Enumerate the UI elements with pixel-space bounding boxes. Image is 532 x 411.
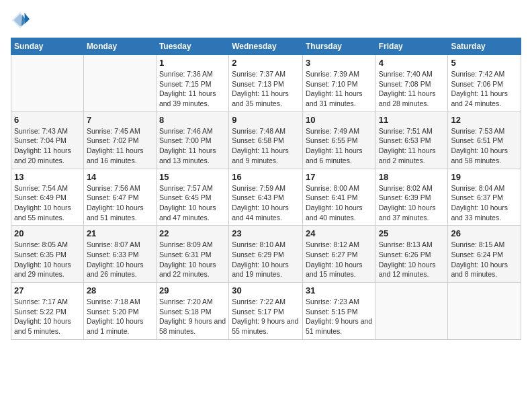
week-row-1: 1Sunrise: 7:36 AM Sunset: 7:15 PM Daylig…	[11, 55, 521, 112]
calendar-cell: 16Sunrise: 7:59 AM Sunset: 6:43 PM Dayli…	[229, 169, 303, 226]
day-number: 5	[451, 58, 518, 68]
day-info: Sunrise: 7:39 AM Sunset: 7:10 PM Dayligh…	[306, 69, 373, 109]
day-info: Sunrise: 7:40 AM Sunset: 7:08 PM Dayligh…	[379, 69, 445, 109]
weekday-header-wednesday: Wednesday	[229, 38, 303, 55]
day-info: Sunrise: 7:42 AM Sunset: 7:06 PM Dayligh…	[451, 69, 518, 109]
day-number: 28	[87, 285, 153, 295]
calendar-cell: 24Sunrise: 8:12 AM Sunset: 6:27 PM Dayli…	[302, 226, 375, 283]
calendar-cell: 10Sunrise: 7:49 AM Sunset: 6:55 PM Dayli…	[302, 111, 375, 169]
day-info: Sunrise: 7:22 AM Sunset: 5:17 PM Dayligh…	[232, 297, 300, 336]
day-number: 30	[232, 285, 300, 295]
calendar-cell: 15Sunrise: 7:57 AM Sunset: 6:45 PM Dayli…	[156, 169, 228, 226]
day-number: 2	[232, 58, 300, 68]
day-info: Sunrise: 7:45 AM Sunset: 7:02 PM Dayligh…	[87, 126, 153, 166]
day-info: Sunrise: 7:49 AM Sunset: 6:55 PM Dayligh…	[306, 126, 373, 166]
weekday-header-saturday: Saturday	[448, 38, 521, 55]
week-row-2: 6Sunrise: 7:43 AM Sunset: 7:04 PM Daylig…	[11, 111, 521, 169]
day-info: Sunrise: 7:37 AM Sunset: 7:13 PM Dayligh…	[232, 69, 300, 109]
day-info: Sunrise: 7:46 AM Sunset: 7:00 PM Dayligh…	[159, 126, 226, 166]
weekday-header-sunday: Sunday	[11, 38, 84, 55]
day-info: Sunrise: 7:36 AM Sunset: 7:15 PM Dayligh…	[159, 69, 226, 109]
day-info: Sunrise: 7:48 AM Sunset: 6:58 PM Dayligh…	[232, 126, 300, 166]
calendar-cell: 20Sunrise: 8:05 AM Sunset: 6:35 PM Dayli…	[11, 226, 84, 283]
calendar-cell: 30Sunrise: 7:22 AM Sunset: 5:17 PM Dayli…	[229, 283, 303, 340]
calendar-cell: 4Sunrise: 7:40 AM Sunset: 7:08 PM Daylig…	[375, 55, 448, 112]
day-info: Sunrise: 8:15 AM Sunset: 6:24 PM Dayligh…	[451, 240, 518, 279]
day-number: 19	[451, 172, 518, 182]
calendar-cell: 27Sunrise: 7:17 AM Sunset: 5:22 PM Dayli…	[11, 283, 84, 340]
day-number: 17	[306, 172, 373, 182]
calendar-cell: 18Sunrise: 8:02 AM Sunset: 6:39 PM Dayli…	[375, 169, 448, 226]
day-number: 26	[451, 228, 518, 238]
calendar-cell: 19Sunrise: 8:04 AM Sunset: 6:37 PM Dayli…	[448, 169, 521, 226]
calendar-cell: 6Sunrise: 7:43 AM Sunset: 7:04 PM Daylig…	[11, 111, 84, 169]
day-number: 21	[87, 228, 153, 238]
day-info: Sunrise: 7:54 AM Sunset: 6:49 PM Dayligh…	[14, 183, 81, 223]
calendar-cell: 14Sunrise: 7:56 AM Sunset: 6:47 PM Dayli…	[83, 169, 156, 226]
day-info: Sunrise: 8:05 AM Sunset: 6:35 PM Dayligh…	[14, 240, 81, 279]
calendar-cell: 2Sunrise: 7:37 AM Sunset: 7:13 PM Daylig…	[229, 55, 303, 112]
calendar-cell: 11Sunrise: 7:51 AM Sunset: 6:53 PM Dayli…	[375, 111, 448, 169]
calendar-cell: 8Sunrise: 7:46 AM Sunset: 7:00 PM Daylig…	[156, 111, 228, 169]
week-row-3: 13Sunrise: 7:54 AM Sunset: 6:49 PM Dayli…	[11, 169, 521, 226]
calendar-cell: 26Sunrise: 8:15 AM Sunset: 6:24 PM Dayli…	[448, 226, 521, 283]
calendar-cell	[448, 283, 521, 340]
day-info: Sunrise: 7:43 AM Sunset: 7:04 PM Dayligh…	[14, 126, 81, 166]
weekday-header-friday: Friday	[375, 38, 448, 55]
day-number: 3	[306, 58, 373, 68]
day-info: Sunrise: 7:56 AM Sunset: 6:47 PM Dayligh…	[87, 183, 153, 223]
day-info: Sunrise: 8:09 AM Sunset: 6:31 PM Dayligh…	[159, 240, 226, 279]
page-header	[11, 11, 521, 30]
logo-icon	[11, 11, 30, 30]
day-number: 8	[159, 115, 226, 125]
day-info: Sunrise: 8:07 AM Sunset: 6:33 PM Dayligh…	[87, 240, 153, 279]
day-info: Sunrise: 7:53 AM Sunset: 6:51 PM Dayligh…	[451, 126, 518, 166]
calendar-cell: 12Sunrise: 7:53 AM Sunset: 6:51 PM Dayli…	[448, 111, 521, 169]
day-number: 11	[379, 115, 445, 125]
day-info: Sunrise: 8:00 AM Sunset: 6:41 PM Dayligh…	[306, 183, 373, 223]
calendar-cell: 9Sunrise: 7:48 AM Sunset: 6:58 PM Daylig…	[229, 111, 303, 169]
calendar-table: SundayMondayTuesdayWednesdayThursdayFrid…	[11, 38, 521, 340]
day-info: Sunrise: 8:13 AM Sunset: 6:26 PM Dayligh…	[379, 240, 445, 279]
day-info: Sunrise: 7:57 AM Sunset: 6:45 PM Dayligh…	[159, 183, 226, 223]
day-info: Sunrise: 8:02 AM Sunset: 6:39 PM Dayligh…	[379, 183, 445, 223]
day-number: 24	[306, 228, 373, 238]
day-number: 14	[87, 172, 153, 182]
day-info: Sunrise: 8:12 AM Sunset: 6:27 PM Dayligh…	[306, 240, 373, 279]
day-number: 23	[232, 228, 300, 238]
weekday-header-tuesday: Tuesday	[156, 38, 228, 55]
calendar-cell: 5Sunrise: 7:42 AM Sunset: 7:06 PM Daylig…	[448, 55, 521, 112]
weekday-header-thursday: Thursday	[302, 38, 375, 55]
day-info: Sunrise: 8:04 AM Sunset: 6:37 PM Dayligh…	[451, 183, 518, 223]
day-info: Sunrise: 7:59 AM Sunset: 6:43 PM Dayligh…	[232, 183, 300, 223]
day-info: Sunrise: 7:23 AM Sunset: 5:15 PM Dayligh…	[306, 297, 373, 336]
calendar-cell: 22Sunrise: 8:09 AM Sunset: 6:31 PM Dayli…	[156, 226, 228, 283]
calendar-cell: 25Sunrise: 8:13 AM Sunset: 6:26 PM Dayli…	[375, 226, 448, 283]
day-info: Sunrise: 7:20 AM Sunset: 5:18 PM Dayligh…	[159, 297, 226, 336]
week-row-4: 20Sunrise: 8:05 AM Sunset: 6:35 PM Dayli…	[11, 226, 521, 283]
calendar-cell: 21Sunrise: 8:07 AM Sunset: 6:33 PM Dayli…	[83, 226, 156, 283]
calendar-cell: 29Sunrise: 7:20 AM Sunset: 5:18 PM Dayli…	[156, 283, 228, 340]
day-number: 4	[379, 58, 445, 68]
week-row-5: 27Sunrise: 7:17 AM Sunset: 5:22 PM Dayli…	[11, 283, 521, 340]
day-info: Sunrise: 7:18 AM Sunset: 5:20 PM Dayligh…	[87, 297, 153, 336]
day-number: 29	[159, 285, 226, 295]
day-number: 13	[14, 172, 81, 182]
day-number: 6	[14, 115, 81, 125]
day-number: 25	[379, 228, 445, 238]
day-number: 15	[159, 172, 226, 182]
day-number: 27	[14, 285, 81, 295]
day-number: 7	[87, 115, 153, 125]
day-info: Sunrise: 7:51 AM Sunset: 6:53 PM Dayligh…	[379, 126, 445, 166]
calendar-cell	[11, 55, 84, 112]
day-number: 18	[379, 172, 445, 182]
calendar-cell: 7Sunrise: 7:45 AM Sunset: 7:02 PM Daylig…	[83, 111, 156, 169]
day-number: 20	[14, 228, 81, 238]
calendar-cell: 13Sunrise: 7:54 AM Sunset: 6:49 PM Dayli…	[11, 169, 84, 226]
calendar-cell: 17Sunrise: 8:00 AM Sunset: 6:41 PM Dayli…	[302, 169, 375, 226]
calendar-cell	[375, 283, 448, 340]
day-number: 22	[159, 228, 226, 238]
day-number: 12	[451, 115, 518, 125]
logo	[11, 11, 32, 30]
day-number: 10	[306, 115, 373, 125]
